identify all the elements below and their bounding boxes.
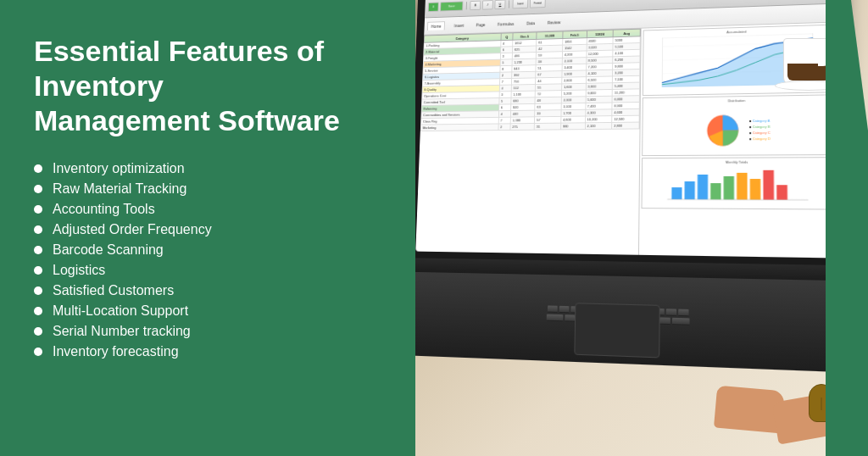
list-item: Accounting Tools: [34, 202, 390, 217]
pie-chart-svg: [704, 111, 743, 150]
toolbar-btn4: U: [494, 0, 505, 9]
ribbon-tab-review: Review: [544, 18, 564, 26]
ribbon-tab-insert: Insert: [451, 21, 467, 30]
bullet-icon: [34, 225, 42, 234]
svg-rect-13: [776, 185, 787, 200]
right-panel: X Save B I U Insert Format Home: [415, 0, 868, 456]
key: [666, 309, 676, 316]
toolbar-divider: [466, 2, 467, 9]
trackpad: [574, 303, 659, 358]
list-item: Multi-Location Support: [34, 303, 390, 319]
person-hands: [673, 354, 843, 456]
ribbon-tab-data: Data: [523, 19, 538, 27]
table-cell: 31: [534, 123, 560, 130]
page-container: Essential Features of Inventory Manageme…: [0, 0, 868, 456]
feature-label: Multi-Location Support: [53, 303, 188, 319]
features-list: Inventory optimization Raw Material Trac…: [34, 161, 390, 359]
toolbar-btn5: Insert: [512, 0, 528, 8]
toolbar-btn: X: [428, 2, 439, 11]
coffee-liquid: [787, 64, 830, 81]
bar-chart-svg: [644, 165, 833, 201]
bullet-icon: [34, 205, 42, 214]
toolbar-btn3: I: [482, 0, 493, 9]
list-item: Serial Number tracking: [34, 324, 390, 339]
table-cell: 2,800: [612, 122, 639, 129]
spreadsheet-table: Category Q Dec-5 11,009 Feb-5 51824 Aug: [420, 29, 641, 131]
bullet-icon: [34, 185, 42, 193]
key: [547, 314, 564, 322]
toolbar-btn6: Format: [530, 0, 546, 8]
bullet-icon: [34, 348, 42, 356]
pie-chart-area: Distribution: [642, 94, 835, 156]
left-panel: Essential Features of Inventory Manageme…: [0, 0, 415, 456]
pie-chart-container: ■ Category A ■ Category B ■ Category C ■…: [644, 103, 832, 157]
table-cell: Marketing: [420, 124, 498, 131]
toolbar-save-btn: Save: [440, 1, 463, 11]
feature-label: Inventory forecasting: [53, 344, 179, 359]
table-cell: 2,100: [585, 122, 612, 129]
page-title: Essential Features of Inventory Manageme…: [34, 34, 390, 137]
table-cell: 4: [498, 111, 511, 118]
sheet-table-area: Category Q Dec-5 11,009 Feb-5 51824 Aug: [415, 29, 641, 255]
mouse-divider: [821, 398, 822, 410]
feature-label: Satisfied Customers: [53, 283, 174, 298]
bullet-icon: [34, 266, 42, 275]
key: [548, 305, 558, 312]
list-item: Logistics: [34, 263, 390, 278]
feature-label: Accounting Tools: [53, 202, 155, 217]
feature-label: Logistics: [53, 263, 105, 278]
svg-rect-10: [737, 173, 748, 200]
table-cell: 2: [498, 124, 511, 131]
bar-chart-area: Monthly Totals: [642, 157, 837, 209]
bullet-icon: [34, 286, 42, 295]
key: [559, 306, 570, 313]
svg-rect-6: [685, 181, 695, 199]
key: [678, 309, 688, 317]
feature-label: Adjusted Order Frequency: [53, 222, 212, 237]
toolbar-divider2: [509, 0, 509, 8]
svg-rect-5: [671, 187, 682, 199]
list-item: Inventory optimization: [34, 161, 390, 176]
bar-chart-title: Monthly Totals: [644, 159, 832, 164]
bullet-icon: [34, 164, 42, 173]
table-cell: 275: [510, 123, 535, 130]
feature-label: Raw Material Tracking: [53, 181, 186, 197]
toolbar-btn2: B: [470, 0, 481, 10]
list-item: Adjusted Order Frequency: [34, 222, 390, 237]
list-item: Inventory forecasting: [34, 344, 390, 359]
table-cell: 980: [561, 123, 586, 130]
bullet-icon: [34, 246, 42, 254]
feature-label: Serial Number tracking: [53, 324, 191, 339]
svg-rect-9: [724, 176, 734, 200]
feature-label: Inventory optimization: [53, 161, 185, 176]
svg-rect-8: [710, 183, 721, 199]
svg-rect-12: [763, 170, 774, 200]
bullet-icon: [34, 307, 42, 315]
svg-rect-11: [750, 179, 761, 200]
table-cell: 7: [498, 117, 511, 124]
ribbon-tab-formulas: Formulas: [494, 19, 517, 28]
bullet-icon: [34, 327, 42, 336]
list-item: Raw Material Tracking: [34, 181, 390, 197]
feature-label: Barcode Scanning: [53, 242, 164, 258]
key: [565, 314, 575, 322]
list-item: Satisfied Customers: [34, 283, 390, 298]
ribbon-tab-page: Page: [473, 20, 488, 29]
svg-rect-7: [698, 175, 708, 199]
key: [672, 318, 690, 325]
key: [660, 317, 670, 325]
list-item: Barcode Scanning: [34, 242, 390, 258]
table-row: Marketing2275319802,1002,800: [420, 122, 639, 131]
ribbon-tab-home: Home: [427, 21, 445, 31]
pie-legend: ■ Category A ■ Category B ■ Category C ■…: [749, 117, 771, 142]
